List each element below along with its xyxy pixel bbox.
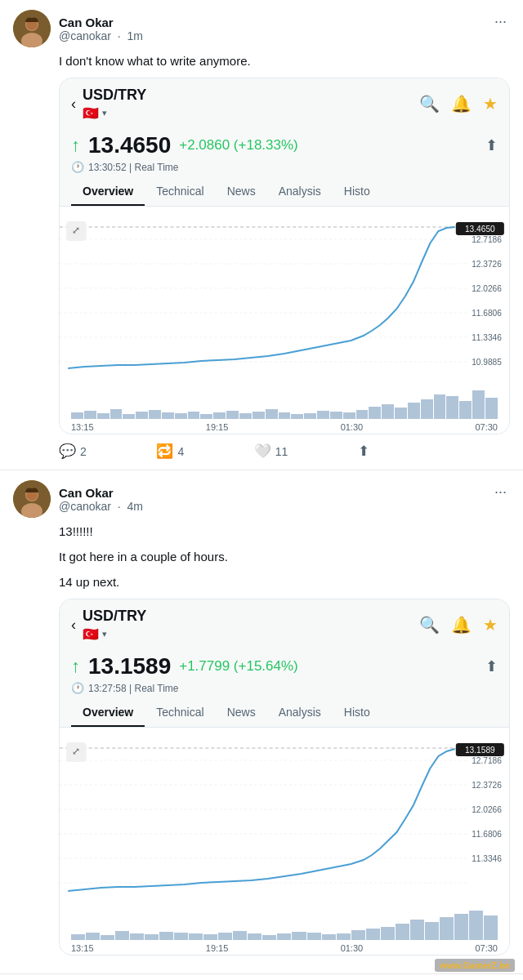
volume-bars-2 <box>60 911 509 940</box>
user-info-2: Can Okar @canokar · 4m <box>59 486 143 513</box>
display-name-2: Can Okar <box>59 486 143 500</box>
vol-bar <box>200 414 212 419</box>
vol-bar <box>248 933 262 940</box>
x-label-2: 19:15 <box>206 422 229 432</box>
reply-action-1[interactable]: 💬 2 <box>59 443 87 460</box>
display-name-1: Can Okar <box>59 16 143 29</box>
vol-bar <box>175 413 187 419</box>
vol-bar <box>115 931 129 940</box>
vol-bar <box>382 404 394 419</box>
vol-bar <box>322 934 336 940</box>
flag-row-1: 🇹🇷 ▾ <box>83 105 146 121</box>
search-icon-1[interactable]: 🔍 <box>419 94 440 114</box>
tweet-text-2b: It got here in a couple of hours. <box>59 548 510 565</box>
vol-bar <box>425 922 439 940</box>
x-label-8: 07:30 <box>475 943 498 953</box>
clock-icon-1: 🕐 <box>71 161 84 173</box>
tweet-2: Can Okar @canokar · 4m ··· 13!!!!!! It g… <box>0 470 523 974</box>
username-1[interactable]: @canokar <box>59 29 111 42</box>
share-icon-2[interactable]: ⬆ <box>485 657 498 675</box>
x-axis-labels-2: 13:15 19:15 01:30 07:30 <box>60 940 509 955</box>
vol-bar <box>356 410 369 419</box>
tweet-text-1: I don't know what to write anymore. <box>59 52 510 69</box>
share-icon-1[interactable]: ⬆ <box>485 136 498 154</box>
vol-bar <box>304 413 316 419</box>
tab-histo-1[interactable]: Histo <box>333 178 382 206</box>
tab-histo-2[interactable]: Histo <box>333 699 382 727</box>
vol-bar <box>203 934 217 940</box>
card-header-icons-1: 🔍 🔔 ★ <box>419 94 498 114</box>
tab-news-2[interactable]: News <box>216 699 267 727</box>
chevron-down-icon-1[interactable]: ▾ <box>102 108 107 118</box>
vol-bar <box>351 930 365 940</box>
like-action-1[interactable]: 🤍 11 <box>254 443 288 460</box>
clock-icon-2: 🕐 <box>71 682 84 694</box>
x-label-6: 19:15 <box>206 943 229 953</box>
price-change-1: +2.0860 (+18.33%) <box>179 137 298 154</box>
card-header-left-2: ‹ USD/TRY 🇹🇷 ▾ <box>71 608 146 642</box>
tab-overview-2[interactable]: Overview <box>71 699 145 727</box>
vol-bar <box>101 935 114 940</box>
reply-icon-1: 💬 <box>59 443 76 460</box>
price-value-2: 13.1589 <box>88 653 171 679</box>
x-label-4: 07:30 <box>475 422 498 432</box>
price-section-2: ↑ 13.1589 +1.7799 (+15.64%) ⬆ 🕐 13:27:58… <box>60 647 509 699</box>
vol-bar <box>279 412 291 419</box>
tweet-1: Can Okar @canokar · 1m ··· I don't know … <box>0 0 523 470</box>
vol-bar <box>136 412 148 419</box>
svg-text:10.9885: 10.9885 <box>472 358 502 367</box>
x-label-7: 01:30 <box>341 943 364 953</box>
pair-info-2: USD/TRY 🇹🇷 ▾ <box>83 608 146 642</box>
flag-icon-2: 🇹🇷 <box>83 626 99 642</box>
vol-bar <box>434 394 446 419</box>
svg-text:12.7186: 12.7186 <box>472 756 502 765</box>
svg-text:12.7186: 12.7186 <box>472 235 502 244</box>
time-row-1: 🕐 13:30:52 | Real Time <box>71 161 498 173</box>
vol-bar <box>162 412 174 419</box>
vol-bar <box>174 933 188 940</box>
bell-icon-2[interactable]: 🔔 <box>451 615 472 635</box>
pair-title-1: USD/TRY <box>83 87 146 104</box>
retweet-count-1: 4 <box>177 445 184 458</box>
more-options-icon-2[interactable]: ··· <box>491 480 510 504</box>
vol-bar <box>408 403 420 419</box>
tab-overview-1[interactable]: Overview <box>71 178 145 206</box>
star-icon-2[interactable]: ★ <box>483 615 498 635</box>
tweet-1-header-left: Can Okar @canokar · 1m <box>13 10 143 47</box>
card-header-2: ‹ USD/TRY 🇹🇷 ▾ 🔍 🔔 ★ <box>60 599 509 647</box>
back-icon-2[interactable]: ‹ <box>71 617 76 634</box>
tab-news-1[interactable]: News <box>216 178 267 206</box>
back-icon-1[interactable]: ‹ <box>71 96 76 113</box>
tab-technical-2[interactable]: Technical <box>145 699 215 727</box>
search-icon-2[interactable]: 🔍 <box>419 615 440 635</box>
vol-bar <box>123 414 135 419</box>
like-count-1: 11 <box>275 445 288 458</box>
svg-text:12.0266: 12.0266 <box>472 805 502 814</box>
username-2[interactable]: @canokar <box>59 500 111 513</box>
chart-svg-1: 13.4650 ⤢ 12.7186 12.3726 12.0266 11.680… <box>60 215 509 390</box>
bell-icon-1[interactable]: 🔔 <box>451 94 472 114</box>
vol-bar <box>292 932 306 940</box>
price-row-2: ↑ 13.1589 +1.7799 (+15.64%) ⬆ <box>71 653 498 679</box>
share-action-1[interactable]: ⬆ <box>358 443 369 460</box>
chevron-down-icon-2[interactable]: ▾ <box>102 629 107 639</box>
reply-count-1: 2 <box>80 445 87 458</box>
vol-bar <box>410 920 424 940</box>
tweet-2-header-left: Can Okar @canokar · 4m <box>13 480 143 518</box>
tweet-2-header: Can Okar @canokar · 4m ··· <box>13 480 510 518</box>
price-section-1: ↑ 13.4650 +2.0860 (+18.33%) ⬆ 🕐 13:30:52… <box>60 126 509 178</box>
tab-analysis-2[interactable]: Analysis <box>267 699 333 727</box>
svg-text:12.0266: 12.0266 <box>472 284 502 293</box>
retweet-action-1[interactable]: 🔁 4 <box>156 443 184 460</box>
more-options-icon-1[interactable]: ··· <box>491 10 510 33</box>
vol-bar <box>485 398 498 419</box>
tab-technical-1[interactable]: Technical <box>145 178 215 206</box>
star-icon-1[interactable]: ★ <box>483 94 498 114</box>
vol-bar <box>266 409 278 419</box>
tab-analysis-1[interactable]: Analysis <box>267 178 333 206</box>
avatar-2 <box>13 480 51 518</box>
time-1: 1m <box>127 29 142 42</box>
vol-bar <box>84 411 96 419</box>
vol-bar <box>421 399 433 419</box>
flag-row-2: 🇹🇷 ▾ <box>83 626 146 642</box>
